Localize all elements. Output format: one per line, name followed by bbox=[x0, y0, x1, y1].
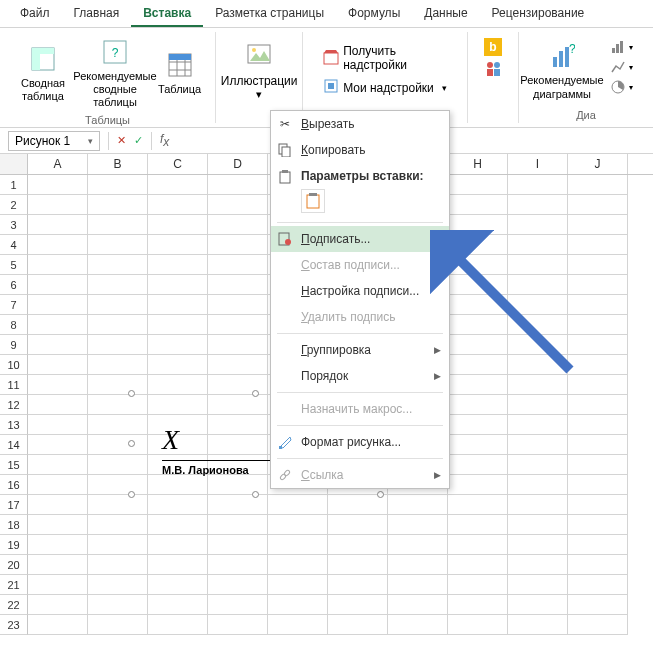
cell[interactable] bbox=[148, 375, 208, 395]
cell[interactable] bbox=[28, 255, 88, 275]
col-header[interactable]: J bbox=[568, 154, 628, 174]
cell[interactable] bbox=[388, 575, 448, 595]
cell[interactable] bbox=[268, 535, 328, 555]
cell[interactable] bbox=[28, 555, 88, 575]
cell[interactable] bbox=[568, 255, 628, 275]
row-header[interactable]: 17 bbox=[0, 495, 28, 515]
cell[interactable] bbox=[148, 515, 208, 535]
row-header[interactable]: 6 bbox=[0, 275, 28, 295]
cell[interactable] bbox=[88, 595, 148, 615]
col-header[interactable]: C bbox=[148, 154, 208, 174]
cell[interactable] bbox=[208, 595, 268, 615]
cell[interactable] bbox=[28, 535, 88, 555]
row-header[interactable]: 23 bbox=[0, 615, 28, 635]
cell[interactable] bbox=[388, 615, 448, 635]
cell[interactable] bbox=[88, 235, 148, 255]
get-addins-button[interactable]: Получить надстройки bbox=[317, 42, 453, 74]
cell[interactable] bbox=[568, 315, 628, 335]
cell[interactable] bbox=[208, 355, 268, 375]
cell[interactable] bbox=[568, 175, 628, 195]
bing-maps-button[interactable]: b bbox=[478, 36, 508, 58]
cell[interactable] bbox=[448, 355, 508, 375]
row-header[interactable]: 4 bbox=[0, 235, 28, 255]
cell[interactable] bbox=[208, 375, 268, 395]
cell[interactable] bbox=[28, 295, 88, 315]
cell[interactable] bbox=[568, 555, 628, 575]
illustrations-button[interactable]: Иллюстрации ▾ bbox=[224, 34, 294, 107]
cell[interactable] bbox=[508, 595, 568, 615]
my-addins-button[interactable]: Мои надстройки ▾ bbox=[317, 76, 453, 99]
cell[interactable] bbox=[388, 515, 448, 535]
cell[interactable] bbox=[88, 215, 148, 235]
cell[interactable] bbox=[328, 515, 388, 535]
resize-handle[interactable] bbox=[128, 390, 135, 397]
cell[interactable] bbox=[388, 535, 448, 555]
cell[interactable] bbox=[148, 575, 208, 595]
cell[interactable] bbox=[388, 495, 448, 515]
cell[interactable] bbox=[88, 495, 148, 515]
resize-handle[interactable] bbox=[377, 491, 384, 498]
row-header[interactable]: 14 bbox=[0, 435, 28, 455]
cell[interactable] bbox=[148, 215, 208, 235]
cell[interactable] bbox=[28, 335, 88, 355]
tab-home[interactable]: Главная bbox=[62, 0, 132, 27]
cell[interactable] bbox=[448, 395, 508, 415]
cell[interactable] bbox=[568, 215, 628, 235]
cell[interactable] bbox=[508, 575, 568, 595]
recommended-pivot-button[interactable]: ? Рекомендуемыесводные таблицы bbox=[80, 34, 150, 112]
cell[interactable] bbox=[28, 515, 88, 535]
cell[interactable] bbox=[448, 275, 508, 295]
cell[interactable] bbox=[448, 315, 508, 335]
cell[interactable] bbox=[448, 415, 508, 435]
row-header[interactable]: 2 bbox=[0, 195, 28, 215]
cell[interactable] bbox=[148, 235, 208, 255]
cell[interactable] bbox=[208, 215, 268, 235]
menu-sign[interactable]: Подписать... bbox=[271, 226, 449, 252]
cell[interactable] bbox=[148, 315, 208, 335]
cell[interactable] bbox=[388, 595, 448, 615]
cell[interactable] bbox=[508, 495, 568, 515]
col-header[interactable]: A bbox=[28, 154, 88, 174]
cell[interactable] bbox=[568, 235, 628, 255]
cell[interactable] bbox=[88, 575, 148, 595]
col-header[interactable]: H bbox=[448, 154, 508, 174]
menu-format[interactable]: Формат рисунка... bbox=[271, 429, 449, 455]
cell[interactable] bbox=[88, 255, 148, 275]
cell[interactable] bbox=[568, 415, 628, 435]
cell[interactable] bbox=[148, 535, 208, 555]
row-header[interactable]: 5 bbox=[0, 255, 28, 275]
col-header[interactable]: D bbox=[208, 154, 268, 174]
cell[interactable] bbox=[88, 195, 148, 215]
tab-formulas[interactable]: Формулы bbox=[336, 0, 412, 27]
row-header[interactable]: 15 bbox=[0, 455, 28, 475]
cell[interactable] bbox=[208, 255, 268, 275]
row-header[interactable]: 13 bbox=[0, 415, 28, 435]
cell[interactable] bbox=[448, 615, 508, 635]
cell[interactable] bbox=[448, 175, 508, 195]
cell[interactable] bbox=[448, 495, 508, 515]
cell[interactable] bbox=[88, 535, 148, 555]
resize-handle[interactable] bbox=[252, 390, 259, 397]
cell[interactable] bbox=[508, 455, 568, 475]
cell[interactable] bbox=[448, 515, 508, 535]
cell[interactable] bbox=[448, 535, 508, 555]
cell[interactable] bbox=[448, 255, 508, 275]
row-header[interactable]: 8 bbox=[0, 315, 28, 335]
cell[interactable] bbox=[328, 615, 388, 635]
cell[interactable] bbox=[148, 595, 208, 615]
chart-type-1[interactable]: ▾ bbox=[605, 38, 639, 56]
cell[interactable] bbox=[568, 395, 628, 415]
resize-handle[interactable] bbox=[252, 491, 259, 498]
cell[interactable] bbox=[508, 315, 568, 335]
fx-icon[interactable]: fx bbox=[160, 132, 169, 149]
tab-data[interactable]: Данные bbox=[412, 0, 479, 27]
row-header[interactable]: 10 bbox=[0, 355, 28, 375]
cell[interactable] bbox=[328, 595, 388, 615]
cell[interactable] bbox=[268, 615, 328, 635]
cell[interactable] bbox=[28, 595, 88, 615]
cell[interactable] bbox=[208, 175, 268, 195]
cell[interactable] bbox=[568, 575, 628, 595]
cell[interactable] bbox=[508, 615, 568, 635]
cell[interactable] bbox=[208, 295, 268, 315]
cell[interactable] bbox=[148, 255, 208, 275]
